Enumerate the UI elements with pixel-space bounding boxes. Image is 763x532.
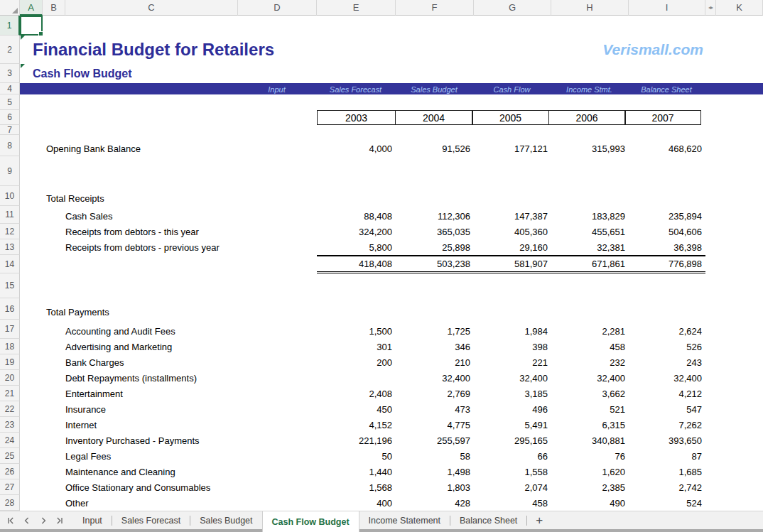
nav-link-balance-sheet[interactable]: Balance Sheet xyxy=(639,85,695,95)
total-value-cell[interactable]: 581,907 xyxy=(474,259,551,269)
row-header-20[interactable]: 20 xyxy=(0,370,20,386)
value-cell[interactable]: 221 xyxy=(474,354,551,370)
nav-link-sales-budget[interactable]: Sales Budget xyxy=(409,85,460,95)
value-cell[interactable]: 36,398 xyxy=(629,239,705,255)
column-header-K[interactable]: K xyxy=(716,0,763,16)
column-header-E[interactable]: E xyxy=(317,0,396,16)
row-header-12[interactable]: 12 xyxy=(0,224,20,239)
value-cell[interactable]: 66 xyxy=(474,448,551,464)
value-cell[interactable]: 235,894 xyxy=(629,206,705,224)
value-cell[interactable]: 1,803 xyxy=(396,479,474,495)
column-header-I[interactable]: I xyxy=(629,0,705,16)
tab-sales-forecast[interactable]: Sales Forecast xyxy=(112,511,190,529)
column-header-F[interactable]: F xyxy=(396,0,474,16)
row-label-cell[interactable]: Receipts from debtors - previous year xyxy=(20,239,317,255)
value-cell[interactable]: 4,212 xyxy=(629,386,705,401)
value-cell[interactable]: 504,606 xyxy=(629,224,705,239)
value-cell[interactable]: 400 xyxy=(317,495,396,511)
row-header-23[interactable]: 23 xyxy=(0,417,20,433)
row-header-26[interactable]: 26 xyxy=(0,464,20,479)
value-cell[interactable]: 490 xyxy=(551,495,629,511)
row-label-cell[interactable]: Legal Fees xyxy=(20,448,317,464)
value-cell[interactable]: 295,165 xyxy=(474,433,551,448)
value-cell[interactable]: 5,800 xyxy=(317,239,396,255)
row-label-cell[interactable]: Other xyxy=(20,495,317,511)
row-label-cell[interactable]: Internet xyxy=(20,417,317,433)
next-sheet-icon[interactable] xyxy=(39,516,48,525)
value-cell[interactable]: 524 xyxy=(629,495,705,511)
value-cell[interactable]: 1,620 xyxy=(551,464,629,479)
row-label-cell[interactable]: Bank Charges xyxy=(20,354,317,370)
value-cell[interactable]: 32,381 xyxy=(551,239,629,255)
value-cell[interactable]: 526 xyxy=(629,339,705,354)
value-cell[interactable]: 1,500 xyxy=(317,320,396,339)
nav-link-income-stmt-[interactable]: Income Stmt. xyxy=(565,85,615,95)
year-header-cell[interactable]: 2004 xyxy=(395,110,473,125)
value-cell[interactable]: 32,400 xyxy=(629,370,705,386)
value-cell[interactable]: 232 xyxy=(551,354,629,370)
value-cell[interactable]: 346 xyxy=(396,339,474,354)
row-label-cell[interactable]: Cash Sales xyxy=(20,206,317,224)
year-header-cell[interactable]: 2003 xyxy=(317,110,396,125)
row-header-4[interactable]: 4 xyxy=(0,83,20,94)
select-all-corner[interactable] xyxy=(0,0,20,16)
value-cell[interactable]: 2,624 xyxy=(629,320,705,339)
value-cell[interactable]: 393,650 xyxy=(629,433,705,448)
value-cell[interactable]: 210 xyxy=(396,354,474,370)
value-cell[interactable]: 458 xyxy=(551,339,629,354)
value-cell[interactable]: 200 xyxy=(317,354,396,370)
value-cell[interactable]: 7,262 xyxy=(629,417,705,433)
column-header-H[interactable]: H xyxy=(551,0,629,16)
value-cell[interactable]: 450 xyxy=(317,401,396,417)
section-label-cell[interactable]: Total Receipts xyxy=(20,186,317,206)
value-cell[interactable]: 2,074 xyxy=(474,479,551,495)
value-cell[interactable]: 183,829 xyxy=(551,206,629,224)
row-header-27[interactable]: 27 xyxy=(0,479,20,495)
tab-input[interactable]: Input xyxy=(73,511,112,529)
value-cell[interactable]: 32,400 xyxy=(474,370,551,386)
value-cell[interactable]: 1,498 xyxy=(396,464,474,479)
row-label-cell[interactable]: Inventory Purchased - Payments xyxy=(20,433,317,448)
value-cell[interactable]: 29,160 xyxy=(474,239,551,255)
row-header-9[interactable]: 9 xyxy=(0,156,20,186)
value-cell[interactable]: 147,387 xyxy=(474,206,551,224)
value-cell[interactable]: 1,568 xyxy=(317,479,396,495)
column-header-B[interactable]: B xyxy=(43,0,65,16)
value-cell[interactable]: 2,742 xyxy=(629,479,705,495)
value-cell[interactable]: 473 xyxy=(396,401,474,417)
value-cell[interactable]: 58 xyxy=(396,448,474,464)
value-cell[interactable]: 1,558 xyxy=(474,464,551,479)
previous-sheet-icon[interactable] xyxy=(23,516,31,525)
value-cell[interactable]: 2,385 xyxy=(551,479,629,495)
total-value-cell[interactable]: 503,238 xyxy=(396,259,474,269)
value-cell[interactable]: 4,000 xyxy=(317,135,396,156)
value-cell[interactable]: 88,408 xyxy=(317,206,396,224)
nav-link-sales-forecast[interactable]: Sales Forecast xyxy=(328,85,384,95)
row-header-10[interactable]: 10 xyxy=(0,186,20,206)
value-cell[interactable]: 521 xyxy=(551,401,629,417)
row-label-cell[interactable]: Debt Repayments (installments) xyxy=(20,370,317,386)
nav-link-input[interactable]: Input xyxy=(266,85,288,95)
section-label-cell[interactable]: Total Payments xyxy=(20,298,317,320)
row-header-2[interactable]: 2 xyxy=(0,36,20,64)
value-cell[interactable]: 405,360 xyxy=(474,224,551,239)
column-header-C[interactable]: C xyxy=(65,0,238,16)
total-value-cell[interactable]: 671,861 xyxy=(551,259,629,269)
total-value-cell[interactable]: 418,408 xyxy=(317,259,396,269)
column-header-D[interactable]: D xyxy=(238,0,317,16)
value-cell[interactable]: 87 xyxy=(629,448,705,464)
value-cell[interactable]: 76 xyxy=(551,448,629,464)
value-cell[interactable]: 112,306 xyxy=(396,206,474,224)
value-cell[interactable]: 221,196 xyxy=(317,433,396,448)
value-cell[interactable]: 32,400 xyxy=(551,370,629,386)
value-cell[interactable] xyxy=(317,370,396,386)
value-cell[interactable]: 50 xyxy=(317,448,396,464)
value-cell[interactable]: 1,685 xyxy=(629,464,705,479)
value-cell[interactable]: 3,662 xyxy=(551,386,629,401)
year-header-cell[interactable]: 2005 xyxy=(472,110,549,125)
value-cell[interactable]: 32,400 xyxy=(396,370,474,386)
row-header-19[interactable]: 19 xyxy=(0,354,20,370)
row-header-21[interactable]: 21 xyxy=(0,386,20,401)
row-header-22[interactable]: 22 xyxy=(0,401,20,417)
value-cell[interactable]: 340,881 xyxy=(551,433,629,448)
